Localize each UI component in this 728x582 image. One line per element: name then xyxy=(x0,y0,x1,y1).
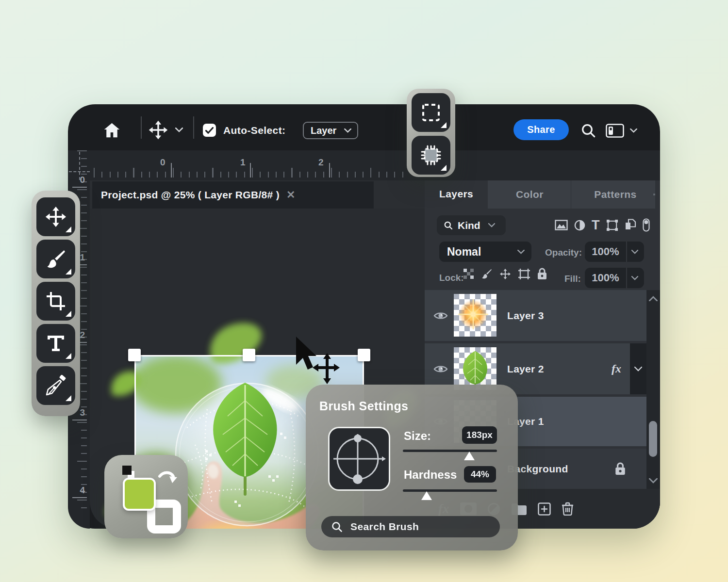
lock-artboard-icon[interactable] xyxy=(518,268,530,280)
filter-shape-icon[interactable] xyxy=(606,219,618,231)
scroll-up-icon[interactable] xyxy=(649,296,658,301)
blend-mode-value: Nomal xyxy=(447,245,481,259)
tool-flyout-triangle xyxy=(66,269,71,275)
fill-control[interactable]: 100% xyxy=(585,268,644,288)
search-icon xyxy=(331,521,343,533)
selection-handle-top-left[interactable] xyxy=(128,349,141,361)
panel-tab-strip: Color Patterns xyxy=(488,180,655,209)
delete-layer-button[interactable] xyxy=(562,502,574,516)
horizontal-ruler: 0 1 2 xyxy=(90,150,660,180)
panel-menu-icon[interactable] xyxy=(653,191,655,198)
new-layer-button[interactable] xyxy=(538,502,551,516)
tool-flyout-triangle xyxy=(66,311,71,317)
auto-select-label: Auto-Select: xyxy=(223,125,285,136)
kind-filter-value: Kind xyxy=(458,220,480,231)
layer-fx-badge[interactable]: fx xyxy=(612,362,621,375)
brush-tool-icon xyxy=(45,248,66,270)
filter-type-icon[interactable]: T xyxy=(592,219,600,232)
toolbar-divider xyxy=(193,116,194,139)
scroll-down-icon[interactable] xyxy=(649,478,658,484)
share-button[interactable]: Share xyxy=(513,119,569,140)
blend-mode-dropdown[interactable]: Nomal xyxy=(439,242,531,262)
search-button[interactable] xyxy=(580,123,596,140)
scrollbar-thumb[interactable] xyxy=(649,421,657,457)
lock-label: Lock: xyxy=(439,273,464,283)
layers-scrollbar[interactable] xyxy=(646,290,660,489)
brush-settings-popup: Brush Settings Size: 183px Hardness 44% … xyxy=(306,385,518,550)
kind-filter-dropdown[interactable]: Kind xyxy=(437,215,506,235)
lock-pixels-icon[interactable] xyxy=(481,268,493,280)
hardness-slider[interactable] xyxy=(403,489,497,492)
brush-tip-preview[interactable] xyxy=(328,427,390,491)
ruler-number: 1 xyxy=(240,157,246,168)
auto-select-target-dropdown[interactable]: Layer xyxy=(303,122,358,139)
tab-patterns[interactable]: Patterns xyxy=(594,189,636,200)
layer-thumbnail[interactable] xyxy=(454,347,496,390)
size-slider-thumb[interactable] xyxy=(464,452,475,460)
mouse-cursor xyxy=(293,337,340,392)
size-slider[interactable] xyxy=(403,450,497,452)
chevron-down-icon xyxy=(175,128,183,132)
filter-smart-object-icon[interactable] xyxy=(625,219,636,231)
tool-flyout-triangle xyxy=(441,122,447,128)
background-lock-icon[interactable] xyxy=(615,462,626,475)
workspace-switcher-button[interactable] xyxy=(606,124,637,138)
default-colors-icon[interactable] xyxy=(122,466,132,475)
lock-options xyxy=(463,268,547,280)
auto-select-checkbox[interactable] xyxy=(203,124,216,137)
brush-tool[interactable] xyxy=(36,240,75,278)
search-icon xyxy=(580,123,596,138)
filter-image-icon[interactable] xyxy=(555,220,568,230)
hardness-slider-thumb[interactable] xyxy=(421,491,432,500)
visibility-eye-icon[interactable] xyxy=(433,311,448,321)
ruler-number: 0 xyxy=(160,157,165,168)
move-tool-button[interactable] xyxy=(148,120,183,140)
ruler-number: 2 xyxy=(318,157,324,168)
type-tool-icon xyxy=(46,334,66,353)
filter-toggle-icon[interactable] xyxy=(643,218,650,232)
ruler-number: 4 xyxy=(80,485,85,496)
layer-filter-icons: T xyxy=(555,218,652,232)
chevron-down-icon xyxy=(488,223,495,227)
lock-position-icon[interactable] xyxy=(499,268,511,280)
swap-colors-arrow-icon[interactable] xyxy=(156,469,178,490)
hardness-value[interactable]: 44% xyxy=(464,466,496,483)
fx-expand-strip[interactable] xyxy=(630,343,646,394)
selection-area-tool[interactable] xyxy=(412,136,450,175)
crop-tool-icon xyxy=(46,291,66,311)
filter-adjustment-icon[interactable] xyxy=(574,220,585,231)
opacity-value: 100% xyxy=(585,245,626,258)
lock-all-icon[interactable] xyxy=(537,268,547,280)
home-button[interactable] xyxy=(103,121,121,141)
chevron-down-icon xyxy=(630,129,637,133)
opacity-control[interactable]: 100% xyxy=(585,242,644,262)
fill-label: Fill: xyxy=(564,274,581,284)
crop-tool[interactable] xyxy=(36,282,75,321)
layer-row-layer3[interactable]: Layer 3 xyxy=(425,290,646,341)
selection-handle-top-center[interactable] xyxy=(243,349,255,361)
workspace-panel-icon xyxy=(606,124,624,138)
ruler-number: 1 xyxy=(80,252,85,263)
foreground-color-swatch[interactable] xyxy=(123,478,156,511)
tab-color[interactable]: Color xyxy=(516,189,544,200)
size-value[interactable]: 183px xyxy=(462,426,497,444)
document-title: Project.psd @ 25% ( Layer RGB/8# ) xyxy=(101,189,280,201)
selection-handle-top-right[interactable] xyxy=(358,349,370,361)
tab-layers[interactable]: Layers xyxy=(439,188,473,200)
ruler-number: 3 xyxy=(80,407,85,418)
type-tool[interactable] xyxy=(36,324,75,363)
brush-search-input[interactable]: Search Brush xyxy=(321,516,500,537)
move-tool[interactable] xyxy=(36,197,75,236)
top-toolbar: Auto-Select: Layer Share xyxy=(68,104,660,150)
lock-transparency-icon[interactable] xyxy=(463,269,474,279)
checkmark-icon xyxy=(205,127,214,134)
layer-thumbnail[interactable] xyxy=(454,294,496,337)
tab-close-button[interactable]: ✕ xyxy=(286,189,295,201)
size-label: Size: xyxy=(404,429,431,443)
brush-tip-icon xyxy=(330,428,389,489)
tool-flyout-triangle xyxy=(441,165,447,171)
rectangular-marquee-tool[interactable] xyxy=(412,93,450,132)
pen-tool[interactable] xyxy=(36,366,75,405)
document-tab[interactable]: Project.psd @ 25% ( Layer RGB/8# ) ✕ xyxy=(92,181,374,209)
visibility-eye-icon[interactable] xyxy=(433,364,448,374)
